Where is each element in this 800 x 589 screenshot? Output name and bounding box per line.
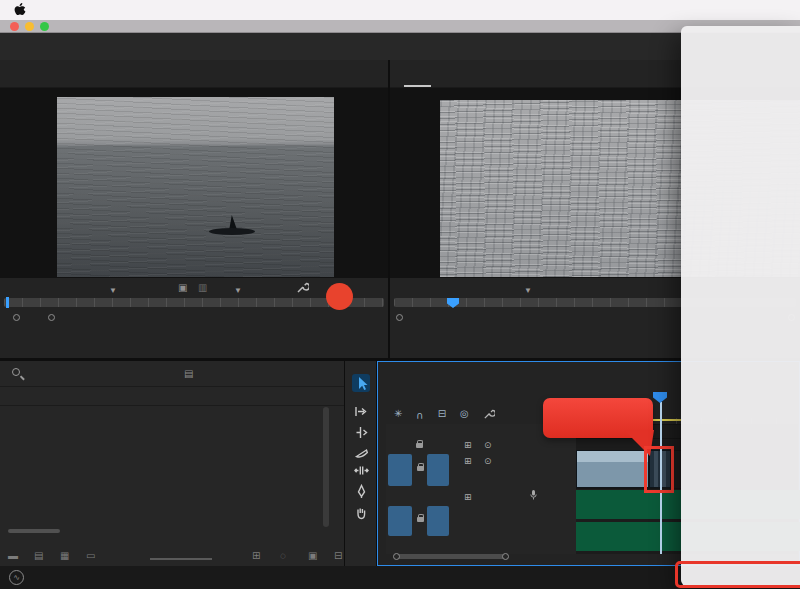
source-patch-v1[interactable] bbox=[388, 454, 412, 486]
project-column-headers bbox=[0, 388, 344, 406]
ripple-edit-tool[interactable] bbox=[352, 423, 370, 441]
timeline-zoom-scrollbar[interactable] bbox=[396, 554, 506, 559]
zoom-window-button[interactable] bbox=[40, 22, 49, 31]
project-toolbar: ▬ ▤ ▦ ▭ ⊞ ◌ ▣ ⊟ bbox=[0, 547, 344, 566]
whale-body bbox=[209, 228, 255, 235]
source-monitor-panel: ▼ ▣ ▥ ▼ bbox=[0, 60, 388, 358]
razor-tool[interactable] bbox=[352, 444, 370, 462]
track-select-forward-tool[interactable] bbox=[352, 402, 370, 420]
program-fit-select[interactable]: ▼ bbox=[518, 283, 532, 295]
snap-magnet-icon[interactable]: ∪ bbox=[416, 408, 423, 422]
project-filter-icon[interactable]: ▤ bbox=[184, 368, 193, 379]
source-video-area bbox=[0, 88, 388, 278]
icon-view-icon[interactable]: ▦ bbox=[60, 550, 69, 561]
new-bin-icon[interactable]: ▣ bbox=[308, 550, 317, 561]
zoombar-handle-left[interactable] bbox=[393, 553, 400, 560]
lock-icon[interactable] bbox=[417, 466, 424, 471]
project-scrollbar[interactable] bbox=[323, 407, 329, 527]
voiceover-mic-icon[interactable] bbox=[530, 490, 537, 502]
project-search-row: ▤ bbox=[0, 361, 344, 387]
sync-lock-icon[interactable]: ⊞ bbox=[464, 492, 472, 502]
source-fit-select[interactable]: ▼ bbox=[103, 283, 117, 295]
source-quality-select[interactable]: ▼ bbox=[228, 283, 242, 295]
macos-menubar bbox=[0, 0, 800, 20]
zoombar-handle-right[interactable] bbox=[502, 553, 509, 560]
sync-lock-icon[interactable]: ⊞ bbox=[464, 456, 472, 466]
track-header-column: ⊞ ⊙ ⊞ ⊙ ⊞ bbox=[386, 424, 576, 554]
window-titlebar bbox=[0, 20, 800, 33]
drag-video-icon[interactable]: ▣ bbox=[178, 282, 187, 293]
source-zoombar-handle-right[interactable] bbox=[48, 314, 55, 321]
panel-divider[interactable] bbox=[388, 60, 390, 358]
source-settings-wrench-icon[interactable] bbox=[296, 280, 309, 298]
sync-lock-icon[interactable]: ⊞ bbox=[464, 440, 472, 450]
linked-selection-icon[interactable]: ⊟ bbox=[438, 408, 446, 422]
annotation-clip-highlight-box bbox=[644, 446, 674, 493]
add-marker-icon[interactable]: ◎ bbox=[460, 408, 469, 422]
new-item-icon[interactable]: ⊟ bbox=[334, 550, 342, 561]
watermark bbox=[326, 283, 357, 310]
lock-icon[interactable] bbox=[417, 517, 424, 522]
source-frame-whale-image bbox=[57, 97, 334, 277]
search-icon[interactable] bbox=[12, 368, 20, 376]
track-visibility-eye-icon[interactable]: ⊙ bbox=[484, 456, 492, 466]
macz-logo-icon bbox=[326, 283, 353, 310]
find-icon[interactable]: ◌ bbox=[280, 550, 286, 561]
apple-logo-icon[interactable] bbox=[14, 3, 26, 17]
project-readonly-icon[interactable]: ▬ bbox=[8, 550, 18, 561]
context-menu bbox=[681, 26, 800, 586]
lock-icon[interactable] bbox=[416, 443, 423, 448]
project-panel: ▤ ▬ ▤ ▦ ▭ ⊞ ◌ ▣ ⊟ bbox=[0, 361, 344, 566]
automate-sequence-icon[interactable]: ⊞ bbox=[252, 550, 260, 561]
close-window-button[interactable] bbox=[10, 22, 19, 31]
selection-tool[interactable] bbox=[352, 374, 370, 392]
zoom-slider[interactable] bbox=[150, 558, 212, 560]
creative-cloud-icon[interactable]: ∿ bbox=[9, 570, 24, 585]
project-hscrollbar[interactable] bbox=[8, 529, 60, 533]
freeform-view-icon[interactable]: ▭ bbox=[86, 550, 95, 561]
tools-panel bbox=[345, 361, 376, 566]
timeline-settings-wrench-icon[interactable] bbox=[483, 408, 495, 422]
timeline-toolbar: ✳ ∪ ⊟ ◎ bbox=[394, 408, 495, 422]
track-target-v1[interactable] bbox=[427, 454, 449, 486]
program-tab[interactable] bbox=[404, 60, 431, 87]
list-view-icon[interactable]: ▤ bbox=[34, 550, 43, 561]
premiere-pro-window: ▼ ▣ ▥ ▼ ▼ bbox=[0, 0, 800, 589]
nest-toggle-icon[interactable]: ✳ bbox=[394, 408, 402, 422]
workspace-bar bbox=[0, 33, 800, 60]
program-zoombar-handle-left[interactable] bbox=[396, 314, 403, 321]
source-patch-a1[interactable] bbox=[388, 506, 412, 536]
pen-tool[interactable] bbox=[352, 482, 370, 500]
track-visibility-eye-icon[interactable]: ⊙ bbox=[484, 440, 492, 450]
slip-tool[interactable] bbox=[352, 461, 370, 479]
source-tabbar bbox=[0, 60, 388, 88]
hand-tool[interactable] bbox=[352, 503, 370, 521]
minimize-window-button[interactable] bbox=[25, 22, 34, 31]
annotation-menu-highlight-box bbox=[675, 561, 800, 588]
source-zoombar-handle-left[interactable] bbox=[13, 314, 20, 321]
track-target-a1[interactable] bbox=[427, 506, 449, 536]
drag-audio-icon[interactable]: ▥ bbox=[198, 282, 207, 293]
source-playhead[interactable] bbox=[6, 297, 9, 308]
